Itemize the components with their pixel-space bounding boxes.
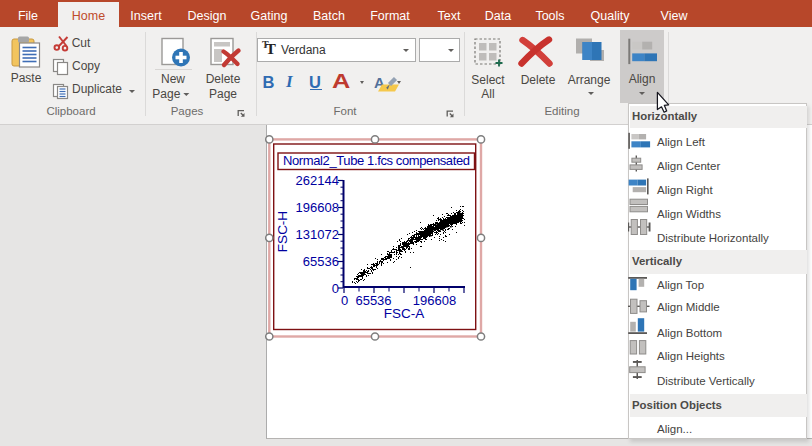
svg-text:FSC-H: FSC-H — [275, 211, 290, 252]
svg-text:65536: 65536 — [303, 254, 339, 269]
svg-text:0: 0 — [332, 281, 339, 296]
svg-text:FSC-A: FSC-A — [384, 306, 425, 321]
svg-text:262144: 262144 — [296, 173, 339, 188]
svg-text:131072: 131072 — [296, 227, 339, 242]
svg-text:0: 0 — [341, 293, 348, 308]
svg-text:196608: 196608 — [296, 200, 339, 215]
